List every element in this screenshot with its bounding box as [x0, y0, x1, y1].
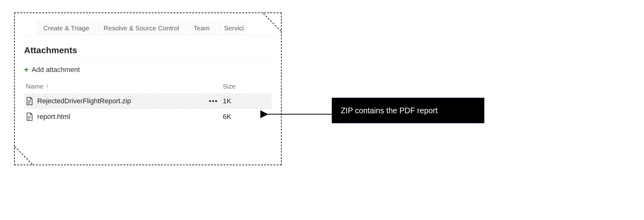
tab-team[interactable]: Team: [187, 21, 216, 35]
row-actions-menu[interactable]: •••: [204, 97, 223, 105]
file-name: RejectedDriverFlightReport.zip: [37, 97, 131, 105]
column-header-name[interactable]: Name ↑: [26, 83, 204, 90]
table-row[interactable]: report.html 6K: [24, 109, 272, 125]
tab-resolve-source[interactable]: Resolve & Source Control: [97, 21, 186, 35]
add-attachment-label: Add attachment: [32, 66, 80, 74]
callout-text: ZIP contains the PDF report: [341, 106, 437, 115]
add-attachment-button[interactable]: + Add attachment: [24, 66, 272, 74]
attachments-table: Name ↑ Size: [24, 83, 272, 125]
column-header-size[interactable]: Size: [223, 83, 270, 90]
sort-ascending-icon: ↑: [46, 83, 49, 90]
screenshot-snip: Create & Triage Resolve & Source Control…: [14, 13, 282, 165]
table-row[interactable]: RejectedDriverFlightReport.zip ••• 1K: [24, 93, 272, 109]
annotation-callout: ZIP contains the PDF report: [332, 98, 484, 123]
tab-servicing-truncated[interactable]: Servici: [217, 21, 246, 35]
section-title-attachments: Attachments: [24, 45, 272, 59]
file-icon: [26, 97, 33, 105]
file-size: 1K: [223, 97, 270, 105]
column-name-label: Name: [26, 83, 43, 90]
table-header: Name ↑ Size: [24, 83, 272, 93]
annotation-arrow: [263, 110, 333, 119]
plus-icon: +: [24, 66, 28, 74]
file-name: report.html: [37, 113, 70, 121]
tab-create-triage[interactable]: Create & Triage: [37, 21, 96, 35]
file-icon: [26, 113, 33, 121]
tab-bar: Create & Triage Resolve & Source Control…: [24, 21, 281, 35]
